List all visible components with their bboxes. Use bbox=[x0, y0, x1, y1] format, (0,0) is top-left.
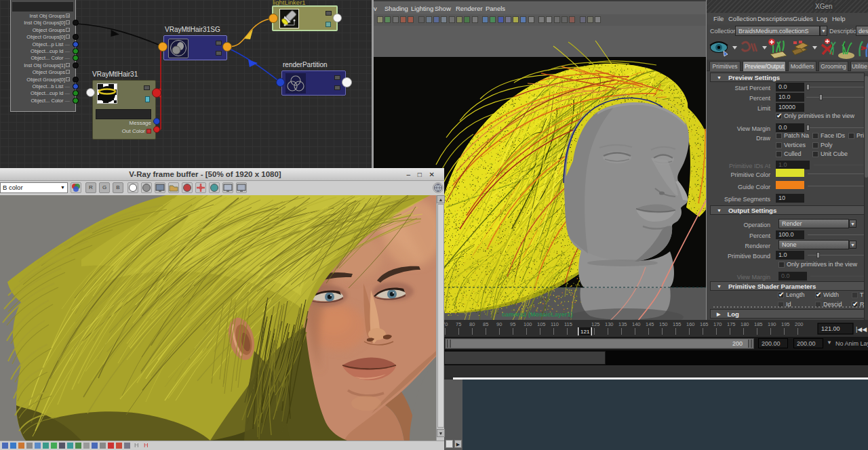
svg-text:|◀◀: |◀◀ bbox=[856, 326, 867, 333]
svg-text:121.00: 121.00 bbox=[821, 325, 840, 332]
svg-text:180: 180 bbox=[741, 321, 749, 327]
svg-text:95: 95 bbox=[510, 321, 515, 327]
svg-text:115: 115 bbox=[564, 321, 572, 327]
svg-text:camera1 (MosaicLayer1): camera1 (MosaicLayer1) bbox=[502, 311, 573, 318]
svg-text:105: 105 bbox=[537, 321, 546, 327]
svg-text:195: 195 bbox=[781, 321, 790, 327]
svg-text:121: 121 bbox=[580, 329, 590, 335]
svg-text:90: 90 bbox=[496, 321, 502, 327]
svg-text:130: 130 bbox=[605, 321, 614, 327]
svg-text:165: 165 bbox=[700, 321, 709, 327]
svg-text:80: 80 bbox=[469, 321, 475, 327]
svg-text:70: 70 bbox=[444, 321, 448, 327]
svg-text:175: 175 bbox=[727, 321, 736, 327]
svg-text:75: 75 bbox=[456, 321, 461, 327]
svg-text:200: 200 bbox=[795, 321, 804, 327]
svg-text:170: 170 bbox=[713, 321, 722, 327]
svg-text:140: 140 bbox=[632, 321, 641, 327]
svg-text:110: 110 bbox=[551, 321, 559, 327]
svg-text:160: 160 bbox=[686, 321, 695, 327]
svg-text:145: 145 bbox=[646, 321, 654, 327]
svg-text:190: 190 bbox=[768, 321, 776, 327]
svg-text:155: 155 bbox=[673, 321, 682, 327]
svg-text:185: 185 bbox=[754, 321, 763, 327]
svg-text:150: 150 bbox=[659, 321, 668, 327]
svg-text:135: 135 bbox=[618, 321, 627, 327]
svg-text:85: 85 bbox=[483, 321, 488, 327]
svg-text:125: 125 bbox=[591, 321, 600, 327]
svg-text:100: 100 bbox=[524, 321, 532, 327]
